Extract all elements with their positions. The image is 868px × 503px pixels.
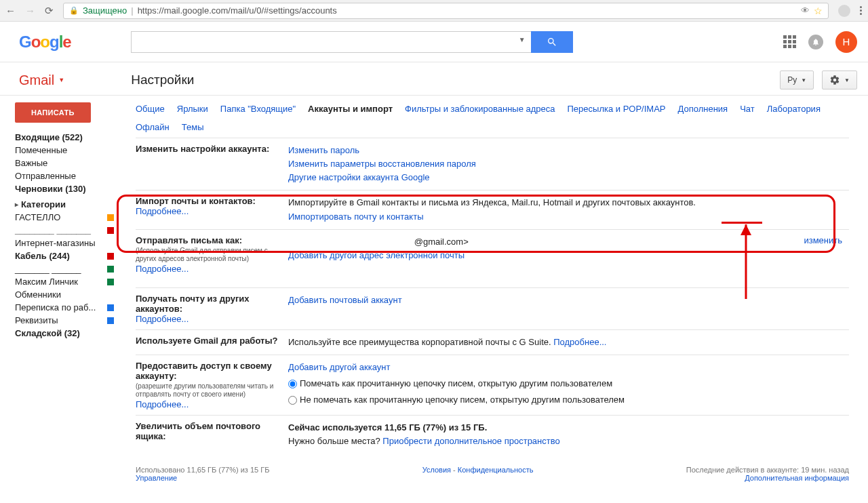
search-button[interactable]: [531, 31, 573, 53]
label-item[interactable]: Обменники: [15, 288, 122, 301]
manage-storage-link[interactable]: Управление: [136, 474, 177, 482]
add-address-link[interactable]: Добавить другой адрес электронной почты: [288, 250, 465, 260]
buy-storage-link[interactable]: Приобрести дополнительное пространство: [382, 436, 559, 446]
gsuite-more-link[interactable]: Подробнее...: [553, 337, 606, 347]
google-header: Google ▼ Н: [0, 22, 868, 62]
notifications-icon[interactable]: [808, 35, 823, 49]
label-item[interactable]: _______ ______: [15, 262, 122, 275]
settings-tab[interactable]: Аккаунты и импорт: [308, 104, 393, 114]
gear-icon: [829, 75, 840, 85]
row-storage: Увеличить объем почтового ящика: Сейчас …: [136, 415, 849, 454]
label-item[interactable]: Кабель (244): [15, 249, 122, 262]
avatar[interactable]: Н: [835, 31, 857, 53]
row-work: Используете Gmail для работы? Используйт…: [136, 329, 849, 355]
annotation-arrow-icon: [732, 224, 760, 313]
label-color-icon: [107, 266, 114, 273]
label-item[interactable]: Складской (32): [15, 327, 122, 340]
label-color-icon: [107, 279, 114, 285]
folder-item[interactable]: Помеченные: [15, 144, 122, 157]
reload-icon[interactable]: ⟳: [45, 5, 54, 17]
label-item[interactable]: Интернет-магазины: [15, 237, 122, 249]
activity-info-link[interactable]: Дополнительная информация: [745, 474, 849, 482]
settings-tab[interactable]: Пересылка и POP/IMAP: [568, 104, 666, 114]
add-mail-account-link[interactable]: Добавить почтовый аккаунт: [288, 295, 402, 305]
secure-label: Защищено: [83, 5, 127, 16]
annotation-underline: [722, 222, 762, 224]
extension-icon[interactable]: [838, 5, 850, 17]
account-link[interactable]: Другие настройки аккаунта Google: [288, 172, 430, 182]
row-account-settings: Изменить настройки аккаунта: Изменить па…: [136, 138, 849, 190]
search-input[interactable]: ▼: [131, 31, 531, 53]
label-color-icon: [107, 317, 114, 324]
eye-icon[interactable]: 👁: [801, 5, 810, 16]
folder-item[interactable]: Важные: [15, 157, 122, 169]
settings-tab[interactable]: Дополнения: [678, 104, 728, 114]
chrome-menu-icon[interactable]: [860, 6, 863, 15]
lock-icon: 🔒: [69, 6, 79, 15]
title-row: Gmail ▼ Настройки Ру▼ ▼: [0, 62, 868, 96]
settings-button[interactable]: ▼: [822, 71, 857, 89]
search-icon: [547, 37, 557, 47]
google-logo[interactable]: Google: [19, 33, 71, 52]
folder-item[interactable]: Отправленные: [15, 169, 122, 182]
label-color-icon: [107, 214, 114, 221]
settings-tab[interactable]: Чат: [740, 104, 755, 114]
settings-tab[interactable]: Фильтры и заблокированные адреса: [405, 104, 555, 114]
receive-more-link[interactable]: Подробнее...: [136, 314, 189, 324]
gmail-dropdown-icon[interactable]: ▼: [58, 77, 64, 83]
folder-item[interactable]: Входящие (522): [15, 131, 122, 144]
browser-chrome: ← → ⟳ 🔒 Защищено | https://mail.google.c…: [0, 0, 868, 22]
label-item[interactable]: ________ _______: [15, 224, 122, 237]
page-title: Настройки: [131, 73, 194, 87]
settings-tab[interactable]: Офлайн: [136, 122, 170, 132]
forward-icon: →: [25, 5, 35, 16]
sidebar: НАПИСАТЬ Входящие (522)ПомеченныеВажныеО…: [0, 96, 122, 496]
settings-tab[interactable]: Общие: [136, 104, 165, 114]
label-item[interactable]: Реквизиты: [15, 314, 122, 327]
dont-mark-read-radio[interactable]: [288, 396, 297, 405]
star-icon[interactable]: ☆: [814, 5, 823, 16]
sendas-more-link[interactable]: Подробнее...: [136, 264, 189, 274]
svg-marker-1: [741, 224, 751, 235]
compose-button[interactable]: НАПИСАТЬ: [15, 102, 91, 123]
label-color-icon: [107, 227, 114, 234]
mark-read-radio[interactable]: [288, 380, 297, 388]
label-color-icon: [107, 253, 114, 260]
settings-tab[interactable]: Ярлыки: [177, 104, 208, 114]
apps-icon[interactable]: [783, 35, 796, 48]
grant-more-link[interactable]: Подробнее...: [136, 399, 189, 409]
url-text: https://mail.google.com/mail/u/0/#settin…: [138, 5, 337, 16]
url-bar[interactable]: 🔒 Защищено | https://mail.google.com/mai…: [63, 3, 829, 19]
settings-tab[interactable]: Лаборатория: [767, 104, 821, 114]
folder-item[interactable]: Черновики (130): [15, 182, 122, 195]
import-more-link[interactable]: Подробнее...: [136, 206, 189, 216]
back-icon[interactable]: ←: [5, 5, 16, 16]
main-content: ОбщиеЯрлыкиПапка "Входящие"Аккаунты и им…: [122, 96, 868, 496]
language-button[interactable]: Ру▼: [780, 71, 814, 89]
label-item[interactable]: ГАСТЕЛЛО: [15, 211, 122, 224]
account-link[interactable]: Изменить пароль: [288, 145, 359, 155]
add-account-link[interactable]: Добавить другой аккаунт: [288, 362, 390, 372]
privacy-link[interactable]: Конфиденциальность: [458, 466, 534, 474]
label-color-icon: [107, 304, 114, 311]
categories-header[interactable]: Категории: [15, 198, 122, 211]
label-item[interactable]: Переписка по раб...: [15, 301, 122, 314]
import-link[interactable]: Импортировать почту и контакты: [288, 212, 423, 222]
settings-tabs: ОбщиеЯрлыкиПапка "Входящие"Аккаунты и им…: [136, 104, 849, 132]
gmail-logo[interactable]: Gmail: [19, 73, 54, 88]
label-item[interactable]: Максим Линчик: [15, 275, 122, 288]
footer: Использовано 11,65 ГБ (77%) из 15 ГБ Упр…: [136, 466, 849, 482]
edit-link[interactable]: изменить: [804, 235, 842, 245]
terms-link[interactable]: Условия: [422, 466, 451, 474]
account-link[interactable]: Изменить параметры восстановления пароля: [288, 159, 476, 169]
row-grant-access: Предоставить доступ к своему аккаунту: (…: [136, 355, 849, 415]
search-dropdown-icon[interactable]: ▼: [519, 36, 526, 43]
settings-tab[interactable]: Темы: [182, 122, 204, 132]
settings-tab[interactable]: Папка "Входящие": [220, 104, 296, 114]
sendas-email: @gmail.com>: [414, 237, 469, 247]
